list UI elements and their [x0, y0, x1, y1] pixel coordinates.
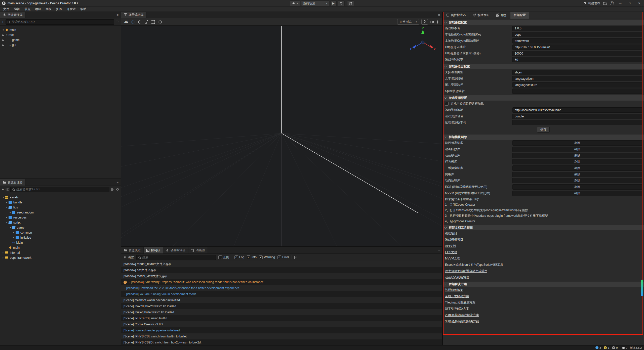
scrollbar-thumb[interactable] — [641, 280, 643, 296]
scene-settings-button[interactable] — [436, 20, 439, 24]
remote-resource-url-input[interactable]: http://localhost:8083/assets/bundle — [512, 107, 642, 113]
checkbox-unchecked-icon[interactable] — [445, 102, 449, 106]
tab-animation-graph[interactable]: 动画图 — [188, 247, 208, 253]
tab-build-publish[interactable]: 构建发布 — [469, 12, 493, 19]
expand-icon[interactable]: › — [129, 281, 130, 284]
scale-tool-button[interactable] — [145, 20, 148, 24]
camera-settings-button[interactable] — [430, 21, 434, 23]
assets-menu-icon[interactable]: ≡ — [114, 179, 121, 186]
rect-tool-button[interactable] — [151, 20, 155, 24]
chevron-expanded-icon[interactable]: ▾ — [9, 226, 12, 229]
tab-assets[interactable]: 资源管理器 — [0, 179, 26, 186]
lighting-toggle-button[interactable] — [421, 19, 428, 25]
create-node-button[interactable]: + — [2, 20, 4, 24]
orientation-gizmo[interactable]: Y X Z — [408, 27, 438, 57]
link-tutorial-project[interactable]: 教程项目 — [443, 230, 644, 237]
chevron-collapsed-icon[interactable]: ▸ — [12, 236, 16, 239]
sort-assets-icon[interactable] — [6, 188, 9, 191]
log-row-warning[interactable]: ! › [Window] [Vue warn]: Property "onInp… — [121, 279, 442, 285]
tab-hierarchy[interactable]: 层级管理器 — [0, 12, 26, 18]
game-version-input[interactable]: 1.0.5 — [512, 26, 642, 31]
asset-node-libs[interactable]: ▾ libs — [0, 205, 121, 210]
menu-project[interactable]: 项目 — [33, 7, 43, 11]
notification-count[interactable]: 0 — [622, 346, 627, 349]
remove-module-button[interactable]: 剔除 — [512, 172, 642, 177]
asset-node-main-scene[interactable]: main — [0, 245, 121, 250]
chevron-collapsed-icon[interactable]: ▸ — [2, 251, 5, 254]
chevron-expanded-icon[interactable]: ▾ — [2, 29, 5, 31]
remove-module-button[interactable]: 剔除 — [512, 159, 642, 164]
hierarchy-menu-icon[interactable]: ≡ — [114, 12, 121, 18]
link-mvvm-docs[interactable]: MVVM文档 — [443, 255, 644, 262]
log-row[interactable]: [Scene] [box2d]:box2d wasm lib loaded. — [121, 303, 442, 309]
image-resource-path-input[interactable]: language/texture — [512, 82, 642, 88]
remove-module-button[interactable]: 剔除 — [512, 153, 642, 158]
asset-node-oops-framework[interactable]: ▸ oops-framework — [0, 255, 121, 260]
remove-module-button[interactable]: 剔除 — [512, 140, 642, 146]
open-log-file-button[interactable] — [294, 256, 297, 259]
move-tool-button[interactable] — [131, 20, 135, 24]
maximize-button[interactable]: □ — [626, 2, 633, 5]
link-tiledmap-solution[interactable]: Tiledmap地图解决方案 — [443, 299, 644, 306]
menu-developer[interactable]: 开发者 — [64, 7, 78, 11]
asset-node-script[interactable]: ▾ script — [0, 220, 121, 225]
menu-help[interactable]: 帮助 — [78, 7, 89, 11]
log-row[interactable]: [Window] render_texture文件夹存在 — [121, 261, 442, 267]
toggle-3d-button[interactable]: 3D — [124, 20, 128, 24]
section-docs-links[interactable]: 框架文档工具链接 — [443, 225, 644, 230]
gizmo-pivot-button[interactable] — [158, 20, 162, 24]
warning-count[interactable]: ! 1 — [604, 346, 609, 349]
log-row[interactable]: [Window] ecs文件夹存在 — [121, 267, 442, 273]
asset-node-common[interactable]: ▸ common — [0, 230, 121, 235]
menu-edit[interactable]: 编辑 — [12, 7, 22, 11]
link-fullstack-solution[interactable]: 全栈开发解决方案 — [443, 293, 644, 299]
log-row-info[interactable]: [Scene] Forward render pipeline initiali… — [121, 327, 442, 333]
log-row-info[interactable]: › [Window] You are running Vue in develo… — [121, 291, 442, 297]
remote-bundle-name-input[interactable]: bundle — [512, 114, 642, 119]
menu-file[interactable]: 文件 — [1, 7, 12, 11]
tab-animation-editor[interactable]: 动画编辑器 — [163, 247, 188, 253]
view-mode-dropdown[interactable]: 正常浏览 ▾ — [397, 19, 419, 25]
error-count[interactable]: ✕ 0 — [612, 346, 618, 349]
log-row[interactable]: [Scene] meshopt wasm decoder initialized — [121, 297, 442, 303]
log-row[interactable]: [Scene] Cocos Creator v3.8.2 — [121, 321, 442, 327]
hierarchy-node-main[interactable]: ▾ main — [0, 27, 121, 32]
build-publish-button[interactable]: 构建发布 — [584, 1, 600, 6]
chevron-collapsed-icon[interactable]: ▸ — [9, 44, 12, 46]
asset-node-resources[interactable]: ▸ resources — [0, 215, 121, 220]
asset-node-internal[interactable]: ▸ internal — [0, 250, 121, 255]
asset-node-bundle[interactable]: ▸ bundle — [0, 200, 121, 205]
hierarchy-node-game[interactable]: game — [0, 37, 121, 42]
link-guide-solution[interactable]: 新手引导解决方案 — [443, 306, 644, 312]
reload-button[interactable] — [338, 1, 345, 6]
language-types-input[interactable]: zh,en — [512, 70, 642, 75]
save-button[interactable]: 保存 — [537, 127, 550, 133]
link-hotupdate-plugin[interactable]: 原生包热更新配置自动生成插件 — [443, 268, 644, 274]
expand-icon[interactable]: › — [124, 287, 125, 290]
menu-node[interactable]: 节点 — [22, 7, 33, 11]
link-animator-editor[interactable]: 动画状态机编辑器 — [443, 274, 644, 281]
section-resource-config[interactable]: 游戏资源配置 — [443, 95, 644, 101]
link-excel-tool[interactable]: Excel格式转Json文件与TypeScript代码工具 — [443, 262, 644, 268]
tab-asset-preview[interactable]: 资源预览 — [121, 247, 144, 253]
scene-select-dropdown[interactable]: 当前场景 ▾ — [301, 1, 329, 6]
refresh-assets-icon[interactable] — [116, 188, 119, 191]
section-language-config[interactable]: 游戏多语言配置 — [443, 64, 644, 69]
remove-module-button[interactable]: 剔除 — [512, 147, 642, 152]
log-row-info[interactable]: › [Window] Download the Vue Devtools ext… — [121, 285, 442, 291]
tab-scene-editor[interactable]: 场景编辑器 — [121, 12, 147, 18]
filter-log-checkbox[interactable]: Log — [234, 255, 244, 259]
hierarchy-filter-icon[interactable] — [116, 21, 119, 23]
chevron-expanded-icon[interactable]: ▾ — [5, 221, 9, 224]
asset-node-seedrandom[interactable]: ▸ seedrandom — [0, 210, 121, 215]
remote-load-checkbox-row[interactable]: 游戏中资源是否远程加载 — [443, 101, 644, 107]
minimize-button[interactable]: — — [617, 2, 623, 5]
menu-extension[interactable]: 扩展 — [54, 7, 64, 11]
remove-module-button[interactable]: 剔除 — [512, 191, 642, 196]
asset-node-main-ts[interactable]: TS Main — [0, 240, 121, 245]
scene-viewport[interactable]: Y X Z — [121, 26, 442, 246]
create-asset-button[interactable]: + — [2, 188, 4, 191]
chevron-collapsed-icon[interactable]: ▸ — [5, 216, 9, 219]
filter-warning-checkbox[interactable]: Warning — [259, 255, 275, 259]
preview-platform-dropdown[interactable]: ▾ — [290, 1, 300, 6]
